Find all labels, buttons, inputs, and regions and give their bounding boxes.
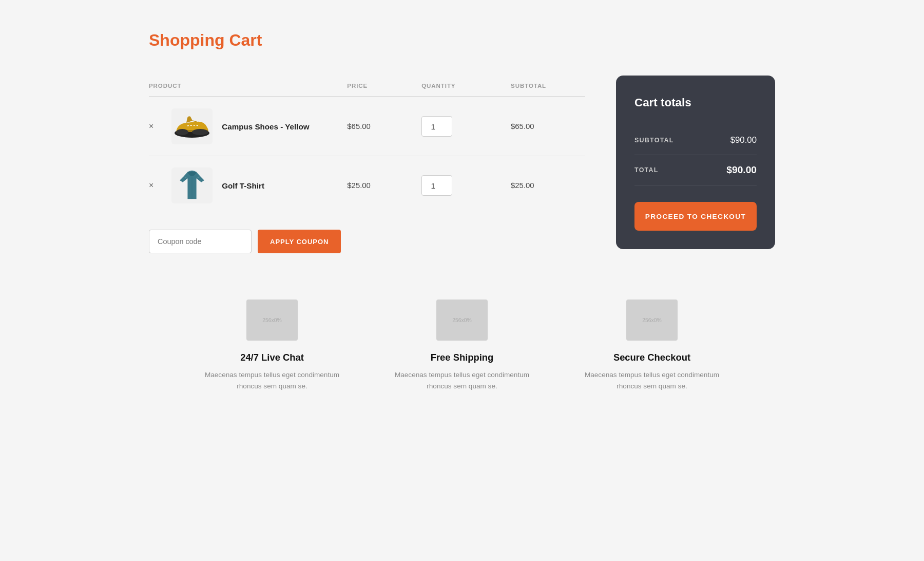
feature-desc-1: Maecenas tempus tellus eget condimentum … <box>393 369 531 392</box>
product-cell-1: Campus Shoes - Yellow <box>171 108 342 144</box>
total-row: TOTAL $90.00 <box>634 155 757 185</box>
page-wrapper: Shopping Cart PRODUCT PRICE QUANTITY SUB… <box>128 0 796 433</box>
product-name-2: Golf T-Shirt <box>222 181 264 190</box>
quantity-input-1[interactable] <box>421 116 452 137</box>
product-cell-2: Golf T-Shirt <box>171 167 342 203</box>
checkout-button[interactable]: PROCEED TO CHECKOUT <box>634 202 757 231</box>
feature-image-0: 256x0% <box>246 300 298 341</box>
subtotal-row: SUBTOTAL $90.00 <box>634 126 757 155</box>
feature-desc-0: Maecenas tempus tellus eget condimentum … <box>203 369 341 392</box>
col-header-product: PRODUCT <box>149 76 347 97</box>
feature-title-1: Free Shipping <box>431 352 494 363</box>
remove-item-2-button[interactable]: × <box>149 181 160 190</box>
cart-layout: PRODUCT PRICE QUANTITY SUBTOTAL × <box>149 76 775 253</box>
subtotal-label: SUBTOTAL <box>634 137 674 144</box>
feature-title-0: 24/7 Live Chat <box>240 352 304 363</box>
svg-point-1 <box>176 129 188 135</box>
col-header-price: PRICE <box>347 76 421 97</box>
product-price-1: $65.00 <box>347 97 421 156</box>
total-value: $90.00 <box>726 164 757 176</box>
product-image-1 <box>171 108 213 144</box>
coupon-input[interactable] <box>149 230 252 253</box>
product-image-2 <box>171 167 213 203</box>
page-title: Shopping Cart <box>149 31 775 50</box>
shoe-icon <box>172 114 212 139</box>
remove-item-1-button[interactable]: × <box>149 122 160 130</box>
feature-desc-2: Maecenas tempus tellus eget condimentum … <box>583 369 721 392</box>
cart-totals-title: Cart totals <box>634 96 757 109</box>
page-title-accent: Cart <box>229 31 262 49</box>
quantity-input-2[interactable] <box>421 175 452 196</box>
product-price-2: $25.00 <box>347 156 421 215</box>
product-subtotal-1: $65.00 <box>511 97 585 156</box>
cart-table: PRODUCT PRICE QUANTITY SUBTOTAL × <box>149 76 585 215</box>
col-header-quantity: QUANTITY <box>421 76 511 97</box>
page-title-plain: Shopping <box>149 31 229 49</box>
coupon-row: APPLY COUPON <box>149 230 585 253</box>
total-label: TOTAL <box>634 166 659 174</box>
feature-item-2: 256x0% Secure Checkout Maecenas tempus t… <box>583 300 721 392</box>
table-row: × <box>149 156 585 215</box>
cart-totals-box: Cart totals SUBTOTAL $90.00 TOTAL $90.00… <box>616 76 775 249</box>
feature-image-1: 256x0% <box>436 300 488 341</box>
product-subtotal-2: $25.00 <box>511 156 585 215</box>
table-row: × <box>149 97 585 156</box>
cart-totals-panel: Cart totals SUBTOTAL $90.00 TOTAL $90.00… <box>616 76 775 249</box>
apply-coupon-button[interactable]: APPLY COUPON <box>258 230 341 253</box>
feature-item-1: 256x0% Free Shipping Maecenas tempus tel… <box>393 300 531 392</box>
product-name-1: Campus Shoes - Yellow <box>222 122 309 131</box>
feature-title-2: Secure Checkout <box>613 352 690 363</box>
svg-point-2 <box>192 129 208 135</box>
shirt-icon <box>178 170 206 201</box>
subtotal-value: $90.00 <box>730 135 757 145</box>
feature-image-2: 256x0% <box>626 300 678 341</box>
col-header-subtotal: SUBTOTAL <box>511 76 585 97</box>
feature-item-0: 256x0% 24/7 Live Chat Maecenas tempus te… <box>203 300 341 392</box>
features-section: 256x0% 24/7 Live Chat Maecenas tempus te… <box>149 300 775 392</box>
cart-left: PRODUCT PRICE QUANTITY SUBTOTAL × <box>149 76 585 253</box>
